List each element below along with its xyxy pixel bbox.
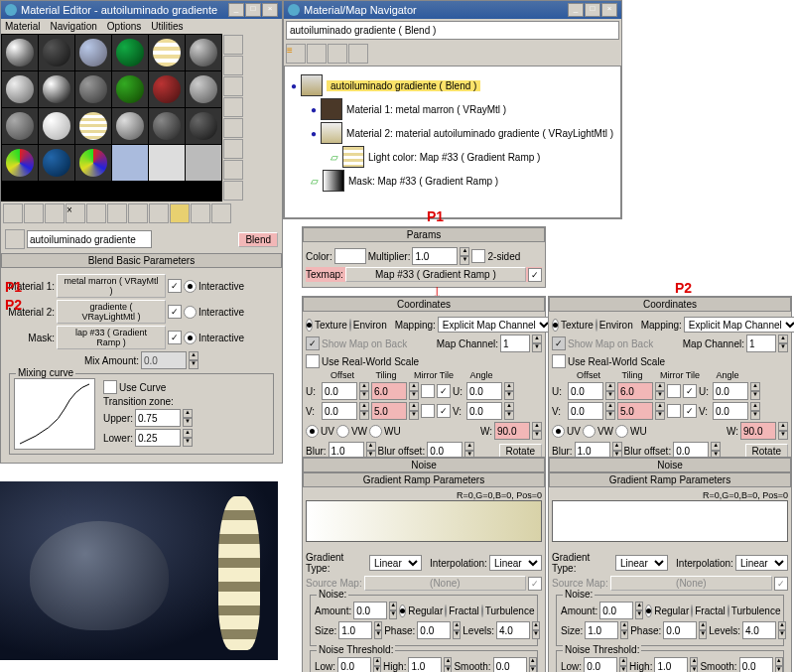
mask-enable-check[interactable]: ✓ — [168, 331, 182, 344]
put-to-scene-icon[interactable] — [24, 203, 44, 223]
u-tile-check[interactable]: ✓ — [437, 384, 451, 398]
turbulence-radio[interactable] — [728, 605, 729, 617]
material-tree[interactable]: ●autoiluminado gradiente ( Blend ) ●Mate… — [284, 66, 621, 218]
sphere-view-icon[interactable] — [328, 44, 347, 64]
gradient-type-dropdown[interactable]: Linear — [369, 555, 422, 571]
material-name-input[interactable] — [27, 230, 152, 248]
fractal-radio[interactable] — [691, 605, 693, 617]
copy-icon[interactable] — [86, 203, 106, 223]
noise-levels-input[interactable] — [742, 621, 776, 639]
multiplier-input[interactable] — [412, 247, 458, 265]
menu-navigation[interactable]: Navigation — [51, 21, 97, 32]
tree-item[interactable]: Material 1: metal marron ( VRayMtl ) — [346, 104, 506, 115]
menu-utilities[interactable]: Utilities — [151, 21, 183, 32]
environ-radio[interactable] — [596, 319, 597, 332]
sample-type-icon[interactable] — [223, 35, 243, 55]
put-to-lib-icon[interactable] — [107, 203, 127, 223]
fractal-radio[interactable] — [445, 605, 447, 617]
params-header[interactable]: Params — [303, 227, 545, 242]
vw-radio[interactable] — [336, 425, 349, 438]
coordinates-header[interactable]: Coordinates — [549, 297, 791, 312]
mat1-button[interactable]: metal marron ( VRayMtl ) — [57, 274, 166, 298]
options-icon[interactable] — [223, 160, 243, 180]
minimize-icon[interactable]: _ — [568, 3, 584, 17]
environ-radio[interactable] — [349, 319, 351, 332]
video-check-icon[interactable] — [223, 118, 243, 138]
v-mirror-check[interactable] — [421, 404, 435, 418]
wu-radio[interactable] — [615, 425, 628, 438]
mat2-interactive-radio[interactable] — [184, 306, 197, 319]
ramp-header[interactable]: Gradient Ramp Parameters — [303, 472, 545, 487]
u-offset-input[interactable] — [322, 382, 357, 400]
use-curve-check[interactable] — [103, 380, 117, 394]
v-tiling-input[interactable] — [617, 402, 653, 420]
u-tile-check[interactable]: ✓ — [683, 384, 697, 398]
regular-radio[interactable] — [645, 605, 652, 617]
assign-icon[interactable] — [45, 203, 65, 223]
go-sibling-icon[interactable] — [211, 203, 231, 223]
large-sphere-icon[interactable] — [348, 44, 368, 64]
tree-item[interactable]: Mask: Map #33 ( Gradient Ramp ) — [348, 176, 498, 187]
blend-rollout-header[interactable]: Blend Basic Parameters — [1, 253, 282, 268]
show-in-vp-icon[interactable] — [149, 203, 169, 223]
go-parent-icon[interactable] — [191, 203, 210, 223]
reset-icon[interactable]: × — [66, 203, 85, 223]
list-icons-icon[interactable] — [307, 44, 327, 64]
show-map-check[interactable]: ✓ — [552, 336, 566, 350]
noise-amount-input[interactable] — [353, 602, 387, 619]
noise-header[interactable]: Noise — [549, 458, 791, 472]
interpolation-dropdown[interactable]: Linear — [735, 555, 788, 571]
mat1-enable-check[interactable]: ✓ — [168, 279, 182, 293]
vw-radio[interactable] — [583, 425, 596, 438]
pick-icon[interactable] — [5, 229, 25, 249]
v-angle-input[interactable] — [466, 402, 502, 420]
turbulence-radio[interactable] — [481, 605, 483, 617]
noise-amount-input[interactable] — [599, 602, 633, 619]
sample-slots[interactable] — [1, 34, 222, 202]
menu-material[interactable]: Material — [5, 21, 41, 32]
u-tiling-input[interactable] — [371, 382, 407, 400]
noise-size-input[interactable] — [585, 621, 618, 639]
minimize-icon[interactable]: _ — [228, 3, 244, 17]
source-map-button[interactable]: (None) — [610, 576, 772, 591]
noise-levels-input[interactable] — [496, 621, 530, 639]
select-by-mat-icon[interactable] — [223, 181, 243, 201]
ramp-header[interactable]: Gradient Ramp Parameters — [549, 472, 791, 487]
u-offset-input[interactable] — [568, 382, 603, 400]
gradient-type-dropdown[interactable]: Linear — [615, 555, 668, 571]
type-button[interactable]: Blend — [238, 232, 278, 247]
tree-item[interactable]: Material 2: material autoiluminado gradi… — [346, 128, 613, 139]
backlight-icon[interactable] — [223, 56, 243, 75]
source-map-check[interactable]: ✓ — [774, 577, 788, 591]
v-mirror-check[interactable] — [667, 404, 681, 418]
uv-radio[interactable] — [552, 425, 565, 438]
thresh-low-input[interactable] — [584, 657, 617, 672]
matid-icon[interactable] — [128, 203, 148, 223]
v-offset-input[interactable] — [568, 402, 603, 420]
thresh-high-input[interactable] — [654, 657, 688, 672]
u-tiling-input[interactable] — [617, 382, 653, 400]
regular-radio[interactable] — [399, 605, 406, 617]
twosided-check[interactable] — [471, 249, 485, 263]
tree-item[interactable]: autoiluminado gradiente ( Blend ) — [327, 80, 480, 91]
show-result-icon[interactable] — [170, 203, 190, 223]
map-channel-input[interactable] — [500, 335, 530, 352]
noise-size-input[interactable] — [338, 621, 372, 639]
v-angle-input[interactable] — [713, 402, 748, 420]
thresh-high-input[interactable] — [408, 657, 442, 672]
use-rws-check[interactable] — [306, 354, 320, 368]
coordinates-header[interactable]: Coordinates — [303, 297, 545, 312]
u-mirror-check[interactable] — [421, 384, 435, 398]
maximize-icon[interactable]: □ — [245, 3, 261, 17]
texmap-enable-check[interactable]: ✓ — [528, 268, 542, 282]
background-icon[interactable] — [223, 76, 243, 96]
lower-input[interactable] — [135, 429, 181, 447]
mask-interactive-radio[interactable] — [184, 332, 197, 344]
texture-radio[interactable] — [306, 319, 313, 332]
color-swatch[interactable] — [334, 248, 366, 264]
thresh-low-input[interactable] — [337, 657, 371, 672]
mat1-interactive-radio[interactable] — [184, 280, 197, 293]
mix-amount-input[interactable] — [141, 351, 187, 369]
mapping-dropdown[interactable]: Explicit Map Channel — [684, 317, 794, 333]
use-rws-check[interactable] — [552, 354, 566, 368]
